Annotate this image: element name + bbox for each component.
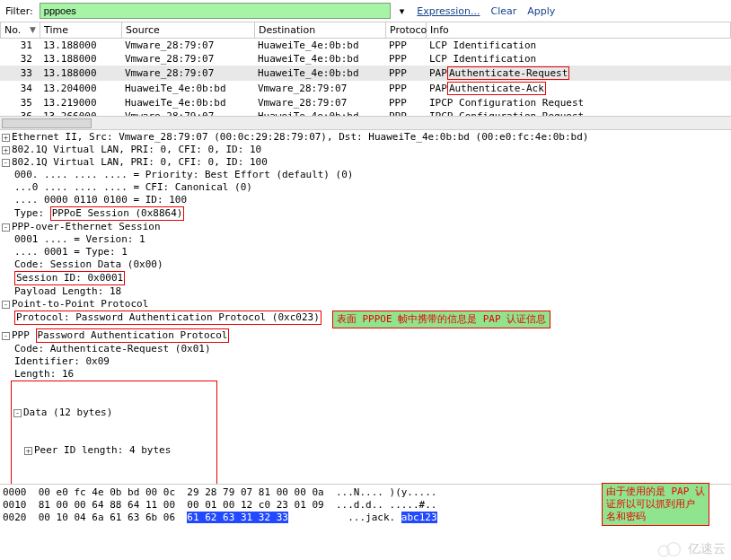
vlan2-header[interactable]: 802.1Q Virtual LAN, PRI: 0, CFI: 0, ID: …: [12, 156, 268, 168]
expand-icon[interactable]: +: [2, 146, 10, 154]
pppoe-version[interactable]: 0001 .... = Version: 1: [2, 233, 145, 246]
filter-bar: Filter: ▾ Expression... Clear Apply: [0, 0, 731, 22]
ascii-highlight: abc123: [401, 512, 437, 523]
column-headers: No.▼ Time Source Destination Protocol In…: [1, 22, 731, 39]
collapse-icon[interactable]: -: [2, 159, 10, 167]
table-row[interactable]: 3513.219000HuaweiTe_4e:0b:bdVmware_28:79…: [0, 96, 731, 109]
table-row[interactable]: 3313.188000Vmware_28:79:07HuaweiTe_4e:0b…: [0, 66, 731, 81]
packet-table: No.▼ Time Source Destination Protocol In…: [0, 22, 731, 116]
ethernet-header[interactable]: Ethernet II, Src: Vmware_28:79:07 (00:0c…: [12, 131, 588, 143]
collapse-icon[interactable]: -: [2, 301, 10, 309]
vlan2-type-label: Type:: [14, 207, 50, 219]
collapse-icon[interactable]: -: [2, 223, 10, 232]
pap-length[interactable]: Length: 16: [2, 368, 74, 381]
pap-peer-id-len[interactable]: Peer ID length: 4 bytes: [34, 444, 171, 456]
apply-button[interactable]: Apply: [524, 5, 559, 17]
pap-data[interactable]: Data (12 bytes): [23, 407, 112, 418]
expression-link[interactable]: Expression...: [413, 5, 483, 17]
col-protocol[interactable]: Protocol: [386, 22, 427, 39]
p2p-protocol[interactable]: Protocol: Password Authentication Protoc…: [14, 311, 321, 325]
pap-protocol-name[interactable]: Password Authentication Protocol: [36, 328, 230, 343]
pap-code[interactable]: Code: Authenticate-Request (0x01): [2, 343, 211, 355]
pap-identifier[interactable]: Identifier: 0x09: [2, 355, 110, 368]
filter-dropdown-icon[interactable]: ▾: [394, 4, 410, 18]
pppoe-session-id[interactable]: Session ID: 0x0001: [14, 271, 125, 285]
table-row[interactable]: 3613.266000Vmware_28:79:07HuaweiTe_4e:0b…: [0, 109, 731, 116]
col-time[interactable]: Time: [40, 22, 122, 39]
packet-detail-pane: +Ethernet II, Src: Vmware_28:79:07 (00:0…: [0, 129, 731, 484]
filter-label: Filter:: [3, 5, 36, 17]
collapse-icon[interactable]: -: [13, 409, 22, 417]
annotation-password-visible: 由于使用的是 PAP 认 证所以可以抓到用户 名和密码: [602, 483, 709, 526]
expand-icon[interactable]: +: [2, 134, 10, 142]
pppoe-header[interactable]: PPP-over-Ethernet Session: [12, 221, 161, 232]
scroll-thumb[interactable]: [2, 118, 92, 128]
horizontal-scrollbar[interactable]: [0, 116, 731, 129]
vlan2-priority[interactable]: 000. .... .... .... = Priority: Best Eff…: [2, 169, 354, 181]
col-no[interactable]: No.▼: [1, 22, 40, 39]
col-destination[interactable]: Destination: [255, 22, 386, 39]
pppoe-payload-len[interactable]: Payload Length: 18: [2, 285, 121, 298]
filter-input[interactable]: [40, 3, 391, 19]
hex-highlight: 61 62 63 31 32 33: [187, 512, 288, 523]
hex-pane: 0000 00 e0 fc 4e 0b bd 00 0c 29 28 79 07…: [0, 484, 731, 526]
col-source[interactable]: Source: [122, 22, 255, 39]
table-row[interactable]: 3113.188000Vmware_28:79:07HuaweiTe_4e:0b…: [0, 39, 731, 52]
table-row[interactable]: 3213.188000Vmware_28:79:07HuaweiTe_4e:0b…: [0, 52, 731, 66]
annotation-pap-info: 表面 PPPOE 帧中携带的信息是 PAP 认证信息: [332, 311, 550, 328]
col-info[interactable]: Info: [427, 22, 731, 39]
vlan2-type-value[interactable]: PPPoE Session (0x8864): [50, 206, 185, 221]
vlan2-cfi[interactable]: ...0 .... .... .... = CFI: Canonical (0): [2, 181, 252, 194]
pppoe-code[interactable]: Code: Session Data (0x00): [2, 258, 163, 271]
collapse-icon[interactable]: -: [2, 332, 10, 340]
vlan1-header[interactable]: 802.1Q Virtual LAN, PRI: 0, CFI: 0, ID: …: [12, 144, 261, 155]
pap-hdr-ppp: PPP: [12, 329, 36, 341]
expand-icon[interactable]: +: [24, 447, 32, 455]
sort-arrow-icon: ▼: [30, 25, 36, 34]
p2p-header[interactable]: Point-to-Point Protocol: [12, 298, 148, 310]
clear-button[interactable]: Clear: [488, 5, 521, 17]
pppoe-type[interactable]: .... 0001 = Type: 1: [2, 246, 128, 258]
table-row[interactable]: 3413.204000HuaweiTe_4e:0b:bdVmware_28:79…: [0, 81, 731, 96]
vlan2-id[interactable]: .... 0000 0110 0100 = ID: 100: [2, 194, 187, 206]
